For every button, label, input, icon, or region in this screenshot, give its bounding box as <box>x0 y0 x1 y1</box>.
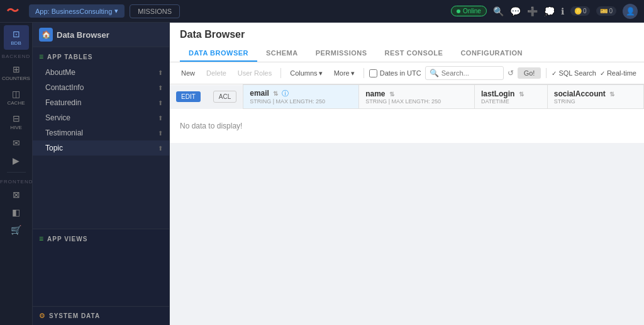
table-upload-icon: ⬆ <box>158 84 163 91</box>
table-upload-icon: ⬆ <box>158 69 163 76</box>
sidebar-item-views[interactable]: ◧ <box>4 203 29 221</box>
toolbar: New Delete User Roles Columns ▾ More ▾ D… <box>170 62 644 84</box>
socialaccount-sort-icon: ⇅ <box>609 91 614 98</box>
tab-schema[interactable]: SCHEMA <box>257 45 307 62</box>
main-layout: ⊡ BDB BACKEND ⊞ Counters ◫ Cache ⊟ Hive … <box>0 23 644 325</box>
sidebar-item-shop[interactable]: 🛒 <box>4 221 29 239</box>
hive-icon: ⊟ <box>13 113 20 123</box>
refresh-icon[interactable]: ↺ <box>508 69 514 77</box>
tab-rest-console[interactable]: REST CONSOLE <box>376 45 452 62</box>
new-button[interactable]: New <box>177 67 199 79</box>
missions-button[interactable]: MISSIONS <box>130 4 180 18</box>
add-icon[interactable]: ➕ <box>527 6 538 16</box>
credits-1-icon: 🪙 <box>574 8 582 14</box>
messaging-icon: ✉ <box>13 138 20 148</box>
system-data-section: ⚙ SYSTEM DATA <box>33 306 169 325</box>
sidebar-item-tables[interactable]: ⊠ <box>4 186 29 203</box>
chevron-down-icon: ▾ <box>351 69 355 77</box>
left-panel-header: 🏠 Data Browser <box>33 23 169 47</box>
table-upload-icon: ⬆ <box>158 130 163 137</box>
app-tables-section: ≡ APP TABLES <box>33 47 169 65</box>
table-item[interactable]: AboutMe ⬆ <box>33 65 169 80</box>
app-selector-button[interactable]: App: BusinessConsulting ▾ <box>29 4 125 18</box>
tab-configuration[interactable]: CONFIGURATION <box>452 45 531 62</box>
columns-label: Columns <box>290 69 317 77</box>
chat-icon[interactable]: 💬 <box>510 6 521 16</box>
table-upload-icon: ⬆ <box>158 145 163 152</box>
table-item[interactable]: Service ⬆ <box>33 110 169 125</box>
counters-icon: ⊞ <box>13 64 20 74</box>
system-data-label: SYSTEM DATA <box>49 312 100 319</box>
avatar[interactable]: 👤 <box>623 4 638 19</box>
socialaccount-col-type: STRING <box>554 98 637 105</box>
lastlogin-col-name: lastLogin ⇅ <box>481 89 524 98</box>
realtime-label: Real-time <box>607 69 636 77</box>
search-input[interactable] <box>441 69 499 77</box>
data-table: EDIT ACL email ⇅ ⓘ STRING | MAX LENGTH: … <box>170 84 644 143</box>
sidebar-item-cache[interactable]: ◫ Cache <box>4 85 29 110</box>
credits-1-value: 0 <box>583 8 587 14</box>
search-icon[interactable]: 🔍 <box>493 6 504 16</box>
table-upload-icon: ⬆ <box>158 115 163 122</box>
table-upload-icon: ⬆ <box>158 100 163 106</box>
credits-2: 🎫 0 <box>596 6 616 16</box>
table-item[interactable]: Testimonial ⬆ <box>33 125 169 140</box>
info-icon[interactable]: ℹ <box>561 6 564 16</box>
go-button[interactable]: Go! <box>518 67 541 79</box>
toolbar-separator <box>280 68 281 78</box>
toolbar-separator-2 <box>364 68 364 78</box>
online-label: Online <box>463 8 481 14</box>
table-item[interactable]: ContactInfo ⬆ <box>33 80 169 95</box>
online-dot <box>457 9 460 13</box>
online-status: Online <box>451 6 487 16</box>
sidebar-item-counters[interactable]: ⊞ Counters <box>4 60 29 85</box>
shop-icon: 🛒 <box>11 225 21 235</box>
user-roles-button[interactable]: User Roles <box>234 67 275 79</box>
sidebar-item-messaging[interactable]: ✉ <box>4 134 29 152</box>
realtime-check-icon: ✓ <box>600 70 605 77</box>
counters-label: Counters <box>2 76 30 81</box>
app-tables-icon: ≡ <box>39 52 43 61</box>
home-button[interactable]: 🏠 <box>39 28 53 42</box>
edit-button[interactable]: EDIT <box>176 91 201 102</box>
email-sort-icon: ⇅ <box>273 90 278 97</box>
sidebar-icons: ⊡ BDB BACKEND ⊞ Counters ◫ Cache ⊟ Hive … <box>0 23 33 325</box>
content-header: Data Browser DATA BROWSER SCHEMA PERMISS… <box>170 23 644 62</box>
sql-search-toggle[interactable]: ✓ SQL Search <box>552 69 596 77</box>
app-views-icon: ≡ <box>39 234 43 243</box>
email-col-header[interactable]: email ⇅ ⓘ STRING | MAX LENGTH: 250 <box>243 85 359 109</box>
dates-utc-text: Dates in UTC <box>380 69 421 77</box>
panel-title: Data Browser <box>57 30 109 40</box>
columns-dropdown[interactable]: Columns ▾ <box>286 67 326 79</box>
email-col-type: STRING | MAX LENGTH: 250 <box>250 98 352 105</box>
table-item[interactable]: Featuredin ⬆ <box>33 95 169 110</box>
name-col-type: STRING | MAX LENGTH: 250 <box>365 98 468 105</box>
socialaccount-col-header[interactable]: socialAccount ⇅ STRING <box>547 85 643 109</box>
tab-permissions[interactable]: PERMISSIONS <box>307 45 376 62</box>
hive-label: Hive <box>10 125 22 130</box>
sql-search-label: SQL Search <box>558 69 596 77</box>
table-list: AboutMe ⬆ ContactInfo ⬆ Featuredin ⬆ Ser… <box>33 65 169 229</box>
sidebar-item-hive[interactable]: ⊟ Hive <box>4 110 29 134</box>
sidebar-item-media[interactable]: ▶ <box>4 152 29 169</box>
table-item-topic[interactable]: Topic ⬆ <box>33 140 169 156</box>
sidebar-item-bdb[interactable]: ⊡ BDB <box>4 25 29 50</box>
tab-data-browser[interactable]: DATA BROWSER <box>180 45 257 62</box>
email-info-icon: ⓘ <box>282 89 289 97</box>
logo: 〜 <box>6 3 19 20</box>
lastlogin-col-header[interactable]: lastLogin ⇅ DATETIME <box>475 85 548 109</box>
credits-2-value: 0 <box>609 8 613 14</box>
acl-button[interactable]: ACL <box>213 91 236 103</box>
table-area: EDIT ACL email ⇅ ⓘ STRING | MAX LENGTH: … <box>170 84 644 325</box>
top-nav-left: 〜 App: BusinessConsulting ▾ MISSIONS <box>6 3 180 20</box>
support-icon[interactable]: 💭 <box>544 6 555 16</box>
socialaccount-col-name: socialAccount ⇅ <box>554 89 614 98</box>
dates-utc-label[interactable]: Dates in UTC <box>369 69 421 77</box>
top-nav-right: Online 🔍 💬 ➕ 💭 ℹ 🪙 0 🎫 0 👤 <box>451 4 638 19</box>
realtime-toggle[interactable]: ✓ Real-time <box>600 69 636 77</box>
name-col-name: name ⇅ <box>365 89 394 98</box>
dates-utc-checkbox[interactable] <box>369 69 377 77</box>
more-dropdown[interactable]: More ▾ <box>330 67 358 79</box>
delete-button[interactable]: Delete <box>203 67 230 79</box>
name-col-header[interactable]: name ⇅ STRING | MAX LENGTH: 250 <box>359 85 475 109</box>
